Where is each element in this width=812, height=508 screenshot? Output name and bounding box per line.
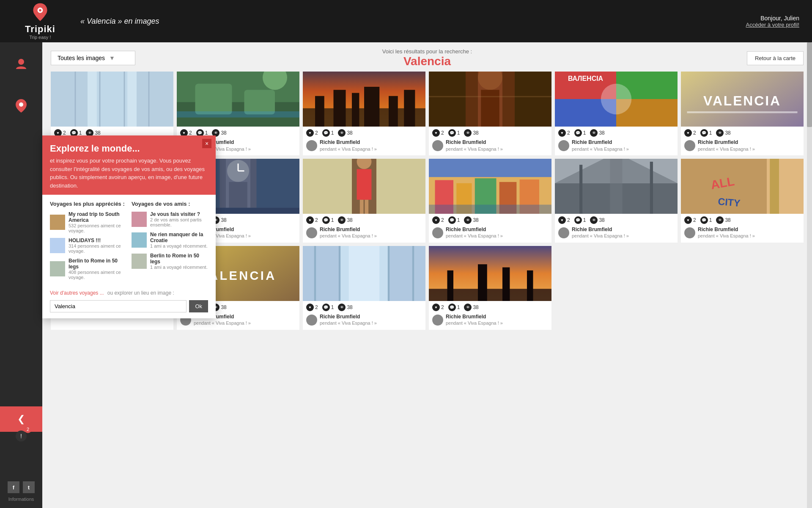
svg-rect-87 xyxy=(770,159,779,214)
image-card[interactable]: ♥2 💬1 👁38 Richie Brumfield pendant « Viv… xyxy=(429,246,551,330)
trip-title: My road trip to South America xyxy=(69,211,126,223)
image-card[interactable]: ♥2 💬1 👁38 Richie Brumfield pendant « Viv… xyxy=(429,159,551,243)
search-city: Valencia xyxy=(382,55,472,68)
trip-item-berlin-rome-friends[interactable]: Berlin to Rome in 50 legs 1 ami a voyagé… xyxy=(132,253,208,270)
svg-rect-63 xyxy=(357,169,372,200)
scrollbar-thumb[interactable] xyxy=(807,42,812,127)
svg-rect-23 xyxy=(334,90,346,127)
image-card[interactable]: VALENCIA ♥2 💬1 👁38 Richie Brumfield pend… xyxy=(681,72,804,155)
svg-rect-80 xyxy=(610,159,623,214)
svg-rect-22 xyxy=(315,96,324,127)
svg-text:!: ! xyxy=(20,433,22,439)
image-card[interactable]: ♥2 💬1 👁38 Richie Brumfield pendant « Viv… xyxy=(303,159,425,243)
twitter-icon[interactable]: t xyxy=(23,481,35,493)
svg-rect-79 xyxy=(650,162,653,214)
trip-item-south-america[interactable]: My road trip to South America 532 person… xyxy=(50,211,126,233)
svg-point-39 xyxy=(601,84,632,115)
image-card[interactable]: ALL CITY ♥2 💬1 👁38 Richie Brumfield pend xyxy=(681,159,804,243)
trip-sub: 408 personnes aiment ce voyage. xyxy=(69,270,126,280)
notification-badge: 2 xyxy=(24,425,32,433)
image-card[interactable]: ♥2 💬1 👁38 Richie Brumfield pendant « Viv… xyxy=(429,72,551,155)
svg-rect-64 xyxy=(360,200,364,214)
svg-rect-27 xyxy=(404,90,415,127)
image-card[interactable]: ВАЛЕНCIA ♥2 💬1 👁38 Richie Brumfield pend… xyxy=(555,72,678,155)
explore-popup: × Explorez le monde... et inspirez vous … xyxy=(42,135,216,318)
svg-rect-17 xyxy=(244,90,275,114)
svg-rect-16 xyxy=(195,84,232,115)
search-subtitle: Voici les résultats pour la recherche : xyxy=(382,48,472,55)
svg-rect-9 xyxy=(97,72,128,127)
return-to-map-button[interactable]: Retour à la carte xyxy=(747,51,804,65)
svg-text:ВАЛЕНCIA: ВАЛЕНCIA xyxy=(568,75,604,82)
search-row: Ok xyxy=(50,300,208,312)
sidebar-item-map[interactable] xyxy=(8,93,34,119)
filter-label: Toutes les images xyxy=(58,55,105,61)
svg-rect-33 xyxy=(429,96,551,97)
trip-item-berlin-rome-liked[interactable]: Berlin to Rome in 50 legs 408 personnes … xyxy=(50,258,126,280)
svg-rect-19 xyxy=(177,111,299,118)
header: Tripiki Trip easy ! « Valencia » en imag… xyxy=(0,0,812,42)
svg-rect-24 xyxy=(352,93,359,127)
svg-text:CITY: CITY xyxy=(718,196,741,209)
trip-sub: 314 personnes aiment ce voyage. xyxy=(69,243,126,254)
svg-rect-105 xyxy=(502,267,510,301)
svg-rect-104 xyxy=(478,264,487,301)
svg-rect-74 xyxy=(429,204,551,214)
info-label: Informations xyxy=(6,497,36,502)
logo-area: Tripiki Trip easy ! xyxy=(13,3,68,40)
svg-rect-25 xyxy=(364,87,379,127)
popup-title: Explorez le monde... xyxy=(42,135,216,157)
trip-title: Je vous fais visiter ? xyxy=(150,211,208,217)
popup-close-button[interactable]: × xyxy=(202,139,211,148)
social-icons: f t xyxy=(6,481,36,493)
svg-point-2 xyxy=(39,9,41,11)
most-liked-label: Voyages les plus appréciés : xyxy=(50,201,126,207)
image-card[interactable]: ♥2 💬1 👁38 Richie Brumfield pendant « Viv… xyxy=(303,246,425,330)
separator: ou explorer un lieu en image : xyxy=(107,290,174,296)
trip-title: Ne rien manquer de la Croatie xyxy=(150,232,208,243)
see-more-trips-link[interactable]: Voir d'autres voyages ... xyxy=(50,290,104,296)
page-title: « Valencia » en images xyxy=(80,17,159,26)
trip-item-holidays[interactable]: HOLIDAYS !!! 314 personnes aiment ce voy… xyxy=(50,237,126,254)
logo-tagline: Trip easy ! xyxy=(30,35,51,40)
trip-item-croatie[interactable]: Ne rien manquer de la Croatie 1 ami a vo… xyxy=(132,232,208,248)
svg-rect-103 xyxy=(447,271,454,301)
facebook-icon[interactable]: f xyxy=(8,481,19,493)
trip-title: HOLIDAYS !!! xyxy=(69,237,126,243)
location-search-input[interactable] xyxy=(50,300,187,312)
image-card[interactable]: ♥2 💬1 👁38 Richie Brumfield pendant « Viv… xyxy=(303,72,425,155)
trip-sub: 532 personnes aiment ce voyage. xyxy=(69,223,126,233)
svg-rect-106 xyxy=(527,271,533,301)
filter-dropdown[interactable]: Toutes les images ▼ xyxy=(51,51,135,65)
svg-text:VALENCIA: VALENCIA xyxy=(703,93,781,108)
svg-rect-65 xyxy=(365,200,368,214)
search-ok-button[interactable]: Ok xyxy=(189,300,208,312)
sidebar-bottom: f t Informations xyxy=(0,475,42,508)
svg-rect-96 xyxy=(349,246,380,301)
sidebar-notifications[interactable]: ! 2 xyxy=(8,423,34,449)
trip-sub: 2 de vos amis sont partis ensemble. xyxy=(150,217,208,227)
svg-rect-32 xyxy=(481,90,499,127)
sidebar: ❮ ! 2 f t Informations xyxy=(0,42,42,508)
explore-row: Voir d'autres voyages ... ou explorer un… xyxy=(50,290,208,296)
scrollbar-track xyxy=(807,42,812,508)
trip-title: Berlin to Rome in 50 legs xyxy=(150,253,208,265)
toolbar: Toutes les images ▼ Voici les résultats … xyxy=(51,51,804,65)
image-card[interactable]: ♥2 💬1 👁38 Richie Brumfield pendant « Viv… xyxy=(555,159,678,243)
sidebar-item-user[interactable] xyxy=(8,51,34,76)
trip-title: Berlin to Rome in 50 legs xyxy=(69,258,126,270)
logo-icon xyxy=(30,3,51,24)
dropdown-arrow-icon: ▼ xyxy=(109,55,115,61)
friends-label: Voyages de vos amis : xyxy=(132,201,208,207)
logo-text: Tripiki xyxy=(25,24,55,35)
svg-point-3 xyxy=(18,59,24,65)
svg-point-4 xyxy=(19,102,23,107)
svg-rect-26 xyxy=(389,96,398,127)
svg-rect-43 xyxy=(687,111,798,113)
trip-item-visit[interactable]: Je vous fais visiter ? 2 de vos amis son… xyxy=(132,211,208,227)
profile-link[interactable]: Accéder à votre profil! xyxy=(746,22,799,28)
svg-rect-78 xyxy=(579,165,582,214)
trip-sub: 1 ami a voyagé récemment. xyxy=(150,243,208,248)
popup-content: Voyages les plus appréciés : My road tri… xyxy=(42,195,216,318)
popup-description: et inspirez vous pour votre prochain voy… xyxy=(42,157,216,195)
